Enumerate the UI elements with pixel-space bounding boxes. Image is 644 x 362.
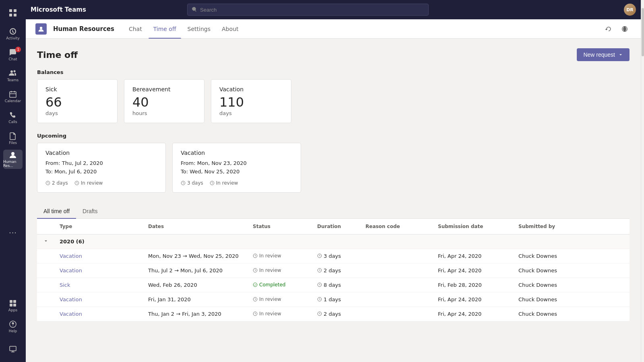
svg-rect-9 [13,300,16,303]
sidebar-item-feedback[interactable] [3,339,23,359]
chevron-down-group-icon [43,239,48,243]
globe-button[interactable] [618,23,631,35]
sidebar-item-activity-label: Activity [6,36,20,40]
clock-icon [45,181,50,185]
tab-settings[interactable]: Settings [183,19,215,39]
row-4-status: In review [253,296,317,302]
duration-icon-4 [317,297,322,302]
sidebar-item-activity[interactable]: Activity [3,24,23,43]
refresh-icon [605,26,612,32]
col-submission: Submission date [438,224,518,229]
scrollbar-thumb [642,8,644,56]
main-area: Microsoft Teams DR Human Resources Chat … [26,0,641,362]
new-request-button[interactable]: New request [577,48,630,61]
sidebar-item-human-resources[interactable]: Human Res... [3,150,23,169]
topbar-right: DR [624,4,636,16]
table-row: Vacation Fri, Jan 31, 2020 In review 1 d… [37,292,630,307]
sidebar-item-apps-label: Apps [8,308,17,312]
svg-rect-8 [10,300,12,303]
sidebar-item-help[interactable]: Help [3,317,23,336]
row-1-status: In review [253,253,317,259]
upcoming-2-title: Vacation [181,150,293,156]
svg-rect-2 [9,14,12,16]
row-2-duration: 2 days [317,267,365,274]
review-icon [74,181,79,185]
col-dates: Dates [148,224,253,229]
bereavement-number: 40 [132,96,196,109]
upcoming-2-status: In review [210,180,238,186]
table-header: Type Dates Status Duration Reason code S… [37,219,630,234]
page-title: Time off [37,50,78,60]
svg-point-5 [14,70,16,72]
upcoming-1-meta: 2 days In review [45,180,157,186]
right-scrollbar[interactable] [641,0,644,362]
app-icon [35,23,47,35]
row-2-dates: Thu, Jul 2 → Mon, Jul 6, 2020 [148,267,253,274]
svg-rect-14 [10,346,16,351]
row-2-type[interactable]: Vacation [60,267,148,274]
search-bar[interactable] [187,4,429,16]
row-1-duration: 3 days [317,253,365,259]
upcoming-1-from: From: Thu, Jul 2, 2020 [45,159,157,168]
tab-all-time-off[interactable]: All time off [37,204,76,218]
sidebar-item-grid[interactable] [3,3,23,23]
topbar: Microsoft Teams DR [26,0,641,19]
svg-point-13 [12,325,13,326]
svg-point-15 [40,27,42,29]
tab-about[interactable]: About [217,19,243,39]
tab-chat[interactable]: Chat [124,19,147,39]
search-icon [192,7,197,12]
upcoming-2-to: To: Wed, Nov 25, 2020 [181,168,293,176]
refresh-button[interactable] [602,23,615,35]
tab-drafts[interactable]: Drafts [76,204,104,218]
sick-unit: days [45,110,109,116]
upcoming-card-1: Vacation From: Thu, Jul 2, 2020 To: Mon,… [37,143,166,193]
upcoming-2-days: 3 days [181,180,203,186]
upcoming-2-from: From: Mon, Nov 23, 2020 [181,159,293,168]
row-3-status: Completed [253,282,317,288]
sidebar-item-chat[interactable]: 1 Chat [3,45,23,64]
app-title: Microsoft Teams [31,6,86,13]
row-2-submitted-by: Chuck Downes [518,267,623,274]
table-container: Type Dates Status Duration Reason code S… [37,219,630,321]
row-5-type[interactable]: Vacation [60,311,148,317]
row-3-duration: 8 days [317,282,365,288]
bereavement-title: Bereavement [132,86,196,93]
sidebar-item-help-label: Help [9,329,17,333]
vacation-title: Vacation [219,86,283,93]
svg-rect-0 [9,9,12,12]
row-4-type[interactable]: Vacation [60,296,148,302]
sidebar-item-calendar-label: Calendar [5,99,21,103]
duration-icon-2 [317,268,322,273]
sidebar: Activity 1 Chat Teams Calendar Calls Fil… [0,0,26,362]
chevron-down-icon [618,52,623,57]
sidebar-item-more[interactable]: ··· [3,223,23,242]
clock-icon-2 [181,181,186,185]
col-duration: Duration [317,224,365,229]
row-2-submission: Fri, Apr 24, 2020 [438,267,518,274]
sidebar-item-files[interactable]: Files [3,129,23,148]
sidebar-item-teams[interactable]: Teams [3,66,23,85]
row-3-type[interactable]: Sick [60,282,148,288]
table-row: Vacation Thu, Jan 2 → Fri, Jan 3, 2020 I… [37,307,630,321]
row-3-submitted-by: Chuck Downes [518,282,623,288]
sidebar-item-calls[interactable]: Calls [3,108,23,127]
row-1-type[interactable]: Vacation [60,253,148,259]
review-icon-2 [210,181,215,185]
sidebar-item-apps[interactable]: Apps [3,296,23,315]
search-input[interactable] [200,7,424,13]
sidebar-item-calendar[interactable]: Calendar [3,87,23,106]
col-type: Type [60,224,148,229]
sick-number: 66 [45,96,109,109]
upcoming-1-days: 2 days [45,180,68,186]
row-4-duration: 1 days [317,296,365,302]
group-chevron[interactable] [43,239,60,245]
row-4-submission: Fri, Apr 24, 2020 [438,296,518,302]
row-4-dates: Fri, Jan 31, 2020 [148,296,253,302]
app-tabs: Chat Time off Settings About [124,19,243,39]
completed-icon [253,282,258,287]
row-3-submission: Fri, Feb 28, 2020 [438,282,518,288]
new-request-label: New request [583,51,615,58]
tab-time-off[interactable]: Time off [149,19,181,39]
sidebar-item-chat-label: Chat [8,57,17,61]
